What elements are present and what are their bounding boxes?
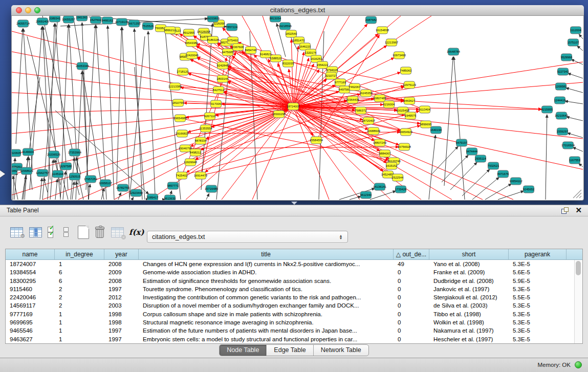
table-cell[interactable]: Changes of HCN gene expression and I(f) … (139, 260, 394, 268)
graph-node[interactable]: 16033809 (206, 16, 220, 22)
graph-node[interactable]: 9475685 (222, 49, 234, 56)
table-selector-dropdown[interactable]: citations_edges.txt ▲▼ (147, 231, 348, 243)
delete-column-icon[interactable] (95, 226, 105, 238)
graph-node[interactable]: 9866212 (164, 27, 176, 34)
table-row[interactable]: 969969511998Structural magnetic resonanc… (6, 318, 582, 326)
table-cell[interactable]: Investigating the contribution of common… (139, 293, 394, 301)
table-cell[interactable]: 18300295 (6, 277, 55, 285)
graph-node[interactable]: 19654923 (399, 128, 412, 136)
table-cell[interactable]: 2009 (104, 268, 139, 276)
table-row[interactable]: 1938455462009Genome-wide association stu… (6, 268, 582, 276)
graph-node[interactable]: 7857224 (226, 24, 238, 31)
table-cell[interactable]: 1997 (104, 335, 139, 343)
table-cell[interactable]: Embryonic stem cells: a model to study s… (139, 335, 394, 343)
graph-node[interactable]: 9857771 (167, 182, 179, 189)
graph-node[interactable]: 20364436 (346, 96, 359, 103)
graph-node[interactable]: 917006 (211, 100, 222, 107)
graph-node[interactable]: 1961363 (76, 16, 88, 21)
graph-node[interactable]: 19654985 (173, 115, 187, 122)
graph-node[interactable]: 7485063 (400, 67, 412, 74)
graph-node[interactable]: 20053346 (76, 62, 89, 70)
table-cell[interactable]: 2012 (104, 293, 139, 301)
graph-node[interactable]: 8186328 (207, 36, 219, 43)
graph-node[interactable]: 9227343 (557, 68, 569, 75)
graph-node[interactable]: 9479197 (456, 139, 468, 146)
graph-node[interactable]: 15716485 (205, 185, 218, 192)
column-header-out_de[interactable]: △ out_de... (394, 249, 429, 259)
table-cell[interactable]: 9465546 (6, 326, 55, 335)
graph-node[interactable]: 10973493 (393, 52, 406, 59)
graph-node[interactable]: 14136141 (373, 183, 386, 190)
table-cell[interactable]: 2 (55, 293, 104, 301)
column-header-year[interactable]: year (104, 249, 139, 259)
graph-node[interactable]: 1575107 (568, 39, 579, 46)
table-cell[interactable]: 0 (394, 301, 429, 310)
graph-node[interactable]: 9899695 (420, 121, 432, 128)
graph-node[interactable]: 7515526 (142, 23, 154, 30)
table-cell[interactable]: 1998 (104, 318, 139, 326)
graph-node[interactable]: 12942757 (36, 169, 49, 177)
graph-node[interactable]: 1250515 (69, 173, 81, 180)
graph-node[interactable]: 15584554 (310, 137, 323, 144)
table-cell[interactable]: 0 (394, 285, 429, 293)
table-cell[interactable]: 0 (394, 326, 429, 335)
graph-node[interactable]: 1244419 (554, 97, 566, 104)
table-cell[interactable]: 0 (394, 335, 429, 343)
table-cell[interactable]: Structural magnetic resonance image aver… (139, 318, 394, 326)
graph-node[interactable]: 2520605 (12, 149, 21, 157)
table-cell[interactable]: 2003 (104, 301, 139, 310)
new-column-icon[interactable] (78, 226, 89, 239)
table-cell[interactable]: Hescheler et al. (1997) (429, 335, 509, 343)
table-cell[interactable]: Nakamura et al. (1997) (429, 326, 509, 335)
graph-node[interactable]: 17353964 (68, 149, 82, 156)
graph-node[interactable]: 8813054 (270, 16, 281, 22)
graph-node[interactable]: 19166827 (176, 130, 189, 137)
graph-node[interactable]: 1949575 (405, 112, 417, 119)
table-row[interactable]: 977716911998Corpus callosum shape and si… (6, 310, 582, 318)
graph-node[interactable]: 1615152 (386, 162, 398, 169)
graph-node[interactable]: 9113404 (419, 106, 431, 113)
table-cell[interactable]: 2 (55, 285, 104, 293)
column-header-pagerank[interactable]: pagerank (509, 249, 567, 259)
table-row[interactable]: 1830029562008Estimation of significance … (6, 277, 582, 285)
show-columns-checkbox-icon[interactable]: ✓✓ (48, 227, 57, 238)
graph-node[interactable]: 9245652 (523, 186, 535, 193)
graph-node[interactable]: 9267110 (204, 113, 215, 120)
graph-node[interactable]: 9884067 (379, 150, 391, 157)
table-cell[interactable]: Genome-wide association studies in ADHD. (139, 268, 394, 276)
table-cell[interactable]: 1 (55, 310, 104, 318)
close-panel-icon[interactable]: ✕ (575, 206, 582, 215)
table-cell[interactable]: Corpus callosum shape and size in male p… (139, 310, 394, 318)
table-cell[interactable]: Wolkin et al. (1998) (429, 318, 509, 326)
table-cell[interactable]: Tourette syndrome. Phenomenology and cla… (139, 285, 394, 293)
network-graph[interactable]: 1872400786601238912955182260582226058818… (12, 16, 583, 200)
graph-node[interactable]: 22420046 (185, 52, 199, 59)
graph-node[interactable]: 10655257 (62, 16, 75, 23)
graph-node[interactable]: 2718120 (177, 68, 189, 75)
table-cell[interactable]: 1 (55, 260, 104, 268)
graph-node[interactable]: 11568629 (20, 167, 33, 174)
row-mode-icon[interactable] (63, 227, 69, 238)
graph-node[interactable]: 2803144 (217, 75, 229, 82)
table-row[interactable]: 1872400712008Changes of HCN gene express… (6, 260, 582, 268)
graph-node[interactable]: 1145194 (52, 170, 64, 178)
table-cell[interactable]: Stergiakouli et al. (2012) (429, 293, 509, 301)
table-cell[interactable]: 1998 (104, 310, 139, 318)
graph-node[interactable]: 18724007 (287, 103, 300, 110)
graph-node[interactable]: 8878334 (195, 137, 207, 144)
graph-node[interactable]: 16648784 (447, 48, 461, 55)
column-header-name[interactable]: name (6, 249, 55, 259)
graph-node[interactable]: 1810755 (172, 99, 184, 106)
table-cell[interactable]: Jankovic et al. (1997) (429, 285, 509, 293)
table-cell[interactable]: Estimation of significance thresholds fo… (139, 277, 394, 285)
graph-node[interactable]: 19218596 (278, 23, 292, 30)
graph-node[interactable]: 1832540 (286, 30, 297, 37)
table-settings-icon[interactable]: ⚙ (10, 227, 23, 237)
tab-edge-table[interactable]: Edge Table (267, 345, 313, 356)
table-cell[interactable]: 14569117 (6, 301, 55, 310)
table-row[interactable]: 911546021997Tourette syndrome. Phenomeno… (6, 285, 582, 293)
table-cell[interactable]: 9463627 (6, 335, 55, 343)
graph-node[interactable]: 1112004 (570, 27, 581, 34)
graph-node[interactable]: 8912955 (183, 29, 195, 36)
table-cell[interactable]: 5.5E-5 (509, 293, 567, 301)
